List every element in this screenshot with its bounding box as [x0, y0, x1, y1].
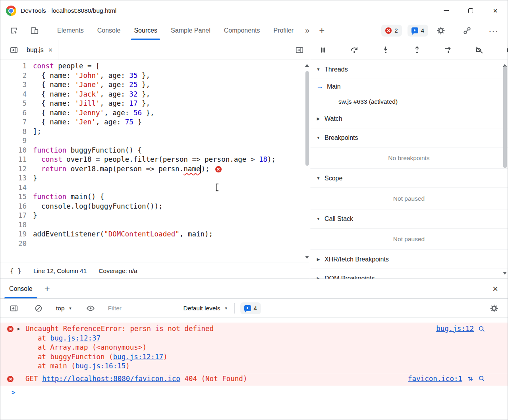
- add-panel-button[interactable]: +: [314, 25, 329, 36]
- code-line[interactable]: 15function main() {: [0, 192, 310, 202]
- console-link[interactable]: bug.js:12:37: [50, 334, 100, 342]
- levels-selector[interactable]: Default levels ▼: [183, 305, 229, 312]
- close-drawer-button[interactable]: ×: [489, 283, 502, 294]
- search-icon[interactable]: [478, 375, 485, 382]
- section-threads[interactable]: ▼ Threads: [310, 60, 508, 79]
- code-line[interactable]: 19addEventListener("DOMContentLoaded", m…: [0, 230, 310, 239]
- code-line[interactable]: 5 { name: 'Jill', age: 17 },: [0, 99, 310, 108]
- console-sidebar-button[interactable]: [7, 301, 21, 315]
- pretty-print-icon[interactable]: { }: [10, 267, 21, 275]
- line-number[interactable]: 1: [0, 62, 27, 71]
- tab-profiler[interactable]: Profiler: [267, 21, 300, 40]
- show-debugger-sidebar-button[interactable]: [292, 43, 307, 57]
- console-filter-input[interactable]: [108, 305, 183, 312]
- code-line[interactable]: 10function buggyFunction() {: [0, 146, 310, 155]
- context-selector[interactable]: top ▼: [56, 305, 73, 312]
- maximize-button[interactable]: [458, 0, 483, 21]
- network-icon[interactable]: [467, 375, 474, 382]
- code-line[interactable]: 7 { name: 'Jen', age: 75 }: [0, 118, 310, 127]
- tab-console[interactable]: Console: [91, 21, 127, 40]
- code-line[interactable]: 4 { name: 'Jack', age: 32 },: [0, 90, 310, 99]
- line-number[interactable]: 18: [0, 221, 27, 230]
- debugger-scrollbar[interactable]: [502, 61, 508, 278]
- line-number[interactable]: 2: [0, 71, 27, 81]
- line-number[interactable]: 17: [0, 211, 27, 221]
- line-number[interactable]: 6: [0, 108, 27, 118]
- code-line[interactable]: 3 { name: 'Jane', age: 25 },: [0, 80, 310, 90]
- console-message-count-badge[interactable]: 4: [240, 302, 261, 314]
- line-number[interactable]: 15: [0, 192, 27, 202]
- more-tabs-button[interactable]: »: [300, 26, 314, 35]
- code-line[interactable]: 20: [0, 239, 310, 249]
- code-line[interactable]: 14: [0, 183, 310, 193]
- section-breakpoints[interactable]: ▼ Breakpoints: [310, 128, 508, 147]
- code-line[interactable]: 11 const over18 = people.filter(person =…: [0, 155, 310, 165]
- code-line[interactable]: 13}: [0, 174, 310, 183]
- add-drawer-tab-button[interactable]: +: [40, 283, 55, 294]
- console-link[interactable]: bug.js:16:15: [75, 362, 126, 370]
- line-number[interactable]: 12: [0, 165, 27, 174]
- section-call-stack[interactable]: ▼ Call Stack: [310, 209, 508, 228]
- code-line[interactable]: 12 return over18.map(person => persn.nam…: [0, 165, 310, 174]
- tab-sources[interactable]: Sources: [127, 21, 164, 40]
- line-number[interactable]: 10: [0, 146, 27, 155]
- source-location-link[interactable]: bug.js:12: [436, 324, 474, 334]
- console-link[interactable]: bug.js:12:17: [113, 353, 163, 361]
- pause-script-button[interactable]: [316, 43, 330, 57]
- code-line[interactable]: 8];: [0, 127, 310, 137]
- search-icon[interactable]: [478, 325, 485, 333]
- console-settings-button[interactable]: [487, 301, 501, 315]
- code-line[interactable]: 9: [0, 136, 310, 146]
- code-editor[interactable]: 1const people = [2 { name: 'John', age: …: [0, 60, 310, 263]
- file-tab-bugjs[interactable]: bug.js ×: [21, 40, 58, 60]
- section-xhr-breakpoints[interactable]: ▶ XHR/fetch Breakpoints: [310, 250, 508, 269]
- editor-scrollbar[interactable]: [304, 61, 310, 262]
- inspect-element-button[interactable]: [7, 23, 21, 38]
- tab-sample-panel[interactable]: Sample Panel: [164, 21, 217, 40]
- close-window-button[interactable]: ×: [483, 0, 508, 21]
- deactivate-breakpoints-button[interactable]: [472, 43, 487, 57]
- console-prompt[interactable]: >: [0, 385, 508, 396]
- section-scope[interactable]: ▼ Scope: [310, 169, 508, 188]
- line-number[interactable]: 9: [0, 136, 27, 146]
- step-out-button[interactable]: [410, 43, 424, 57]
- line-number[interactable]: 8: [0, 127, 27, 137]
- section-dom-breakpoints[interactable]: ▶ DOM Breakpoints: [310, 269, 508, 279]
- line-number[interactable]: 4: [0, 90, 27, 99]
- line-number[interactable]: 3: [0, 80, 27, 90]
- step-button[interactable]: [441, 43, 456, 57]
- console-link[interactable]: http://localhost:8080/favicon.ico: [42, 375, 180, 383]
- expand-icon[interactable]: ▶: [17, 324, 22, 334]
- live-expression-button[interactable]: [83, 301, 98, 315]
- tab-elements[interactable]: Elements: [50, 21, 91, 40]
- scroll-up-arrow-icon[interactable]: [305, 64, 309, 67]
- error-count-badge[interactable]: 2: [381, 25, 402, 37]
- drawer-tab-console[interactable]: Console: [2, 279, 40, 298]
- pause-on-exceptions-button[interactable]: [504, 43, 508, 57]
- line-number[interactable]: 20: [0, 239, 27, 249]
- code-line[interactable]: 18: [0, 221, 310, 230]
- code-line[interactable]: 6 { name: 'Jenny', age: 56 },: [0, 108, 310, 118]
- line-number[interactable]: 7: [0, 118, 27, 127]
- thread-service-worker[interactable]: sw.js #633 (activated): [310, 94, 508, 109]
- line-number[interactable]: 5: [0, 99, 27, 108]
- line-number[interactable]: 16: [0, 202, 27, 211]
- minimize-button[interactable]: [434, 0, 458, 21]
- code-line[interactable]: 2 { name: 'John', age: 35 },: [0, 71, 310, 81]
- code-line[interactable]: 17}: [0, 211, 310, 221]
- source-location-link[interactable]: favicon.ico:1: [408, 374, 462, 384]
- section-watch[interactable]: ▶ Watch: [310, 109, 508, 128]
- editor-scrollbar-thumb[interactable]: [305, 71, 309, 166]
- debugger-scrollbar-thumb[interactable]: [503, 66, 507, 168]
- tab-components[interactable]: Components: [217, 21, 267, 40]
- clear-console-button[interactable]: [31, 301, 46, 315]
- thread-main[interactable]: → Main: [310, 79, 508, 94]
- step-over-button[interactable]: [347, 43, 361, 57]
- settings-button[interactable]: [434, 23, 448, 38]
- console-count-badge[interactable]: 4: [408, 25, 428, 37]
- show-navigator-button[interactable]: [7, 43, 21, 57]
- line-number[interactable]: 11: [0, 155, 27, 165]
- device-toolbar-button[interactable]: [27, 23, 42, 38]
- code-line[interactable]: 16 console.log(buggyFunction());: [0, 202, 310, 211]
- close-file-tab-icon[interactable]: ×: [48, 46, 53, 54]
